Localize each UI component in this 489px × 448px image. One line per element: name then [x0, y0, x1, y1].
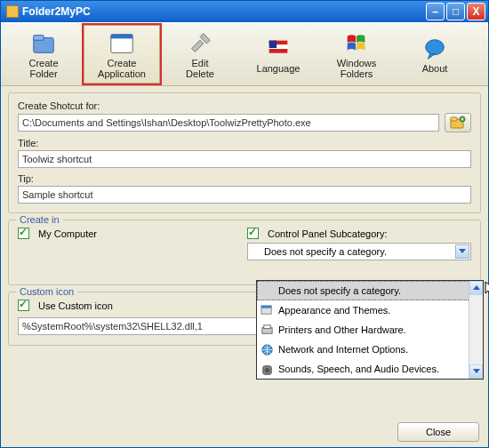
svg-point-18	[265, 367, 270, 372]
svg-rect-6	[269, 49, 288, 53]
toolbar-label: CreateFolder	[28, 58, 58, 79]
toolbar-create-folder[interactable]: CreateFolder	[5, 25, 82, 84]
maximize-button[interactable]: □	[446, 3, 465, 20]
network-icon	[261, 343, 274, 356]
browse-button[interactable]	[445, 113, 471, 132]
mouse-cursor-icon	[485, 281, 489, 299]
svg-rect-3	[111, 34, 132, 38]
svg-rect-1	[34, 35, 44, 40]
svg-rect-7	[269, 40, 277, 47]
svg-rect-13	[261, 305, 271, 308]
toolbar-label: Language	[257, 63, 301, 74]
dropdown-item[interactable]: Appearance and Themes.	[257, 300, 483, 320]
toolbar-label: WindowsFolders	[337, 58, 377, 79]
toolbar: CreateFolder CreateApplication EditDelet…	[1, 22, 488, 86]
svg-rect-10	[451, 117, 457, 121]
shortcut-for-label: Create Shotcut for:	[18, 100, 471, 111]
shortcut-group: Create Shotcut for: Title: Tip:	[8, 92, 481, 213]
title-input[interactable]	[18, 150, 471, 168]
dropdown-scrollbar[interactable]	[469, 281, 483, 379]
dropdown-label: Sounds, Speech, and Audio Devices.	[278, 364, 439, 374]
dropdown-label: Network and Internet Options.	[278, 344, 408, 355]
toolbar-about[interactable]: About	[397, 25, 473, 84]
checkbox-label: Control Panel Subcategory:	[268, 228, 388, 239]
window-title: Folder2MyPC	[22, 5, 424, 18]
printer-icon	[261, 324, 274, 337]
toolbar-edit-delete[interactable]: EditDelete	[162, 25, 238, 84]
dropdown-item[interactable]: Does not specify a category.	[257, 281, 483, 300]
title-label: Title:	[18, 138, 471, 148]
button-label: Close	[426, 427, 451, 437]
svg-point-8	[426, 39, 445, 54]
checkbox-label: Use Custom icon	[38, 300, 113, 311]
dropdown-label: Appearance and Themes.	[278, 305, 390, 316]
group-legend: Create in	[16, 214, 63, 225]
dropdown-item[interactable]: Sounds, Speech, and Audio Devices.	[257, 359, 483, 379]
checkbox-icon	[247, 228, 259, 239]
shortcut-path-input[interactable]	[18, 114, 439, 132]
tip-input[interactable]	[18, 186, 471, 204]
speaker-icon	[261, 363, 274, 376]
scroll-up-button[interactable]	[469, 281, 483, 295]
titlebar: Folder2MyPC – □ X	[1, 1, 488, 22]
dropdown-item[interactable]: Network and Internet Options.	[257, 340, 483, 359]
minimize-button[interactable]: –	[426, 3, 445, 20]
toolbar-create-application[interactable]: CreateApplication	[84, 25, 160, 84]
toolbar-language[interactable]: Language	[240, 25, 317, 84]
wrench-icon	[186, 30, 214, 57]
scroll-down-button[interactable]	[469, 364, 483, 379]
cp-subcategory-dropdown[interactable]: Does not specify a category. Appearance …	[256, 280, 484, 380]
application-icon	[108, 30, 136, 57]
group-legend: Custom icon	[16, 286, 77, 297]
cp-subcategory-checkbox[interactable]: Control Panel Subcategory:	[247, 228, 471, 239]
dropdown-label: Does not specify a category.	[278, 285, 401, 296]
app-window: Folder2MyPC – □ X CreateFolder CreateApp…	[0, 0, 489, 448]
checkbox-label: My Computer	[38, 228, 97, 239]
toolbar-label: About	[422, 63, 448, 74]
my-computer-checkbox[interactable]: My Computer	[18, 228, 242, 239]
toolbar-label: CreateApplication	[98, 58, 146, 79]
combo-selected: Does not specify a category.	[264, 246, 387, 257]
folder-open-icon	[450, 116, 466, 130]
tip-label: Tip:	[18, 173, 471, 184]
close-button[interactable]: X	[467, 3, 485, 20]
chevron-down-icon[interactable]	[455, 244, 469, 259]
svg-rect-15	[264, 324, 271, 328]
blank-icon	[261, 284, 274, 298]
dropdown-item[interactable]: Printers and Other Hardware.	[257, 320, 483, 340]
create-in-group: Create in My Computer Control Panel Subc…	[8, 220, 481, 285]
checkbox-icon	[18, 228, 29, 239]
app-icon	[6, 5, 19, 18]
about-icon	[421, 36, 449, 62]
dropdown-label: Printers and Other Hardware.	[278, 324, 406, 335]
toolbar-label: EditDelete	[186, 58, 214, 79]
windows-icon	[342, 30, 371, 57]
checkbox-icon	[18, 300, 29, 311]
flag-icon	[264, 36, 293, 62]
folder-icon	[29, 30, 58, 57]
cp-subcategory-combo[interactable]: Does not specify a category.	[247, 243, 471, 260]
toolbar-windows-folders[interactable]: WindowsFolders	[318, 25, 395, 84]
close-window-button[interactable]: Close	[397, 422, 479, 442]
themes-icon	[261, 304, 274, 317]
